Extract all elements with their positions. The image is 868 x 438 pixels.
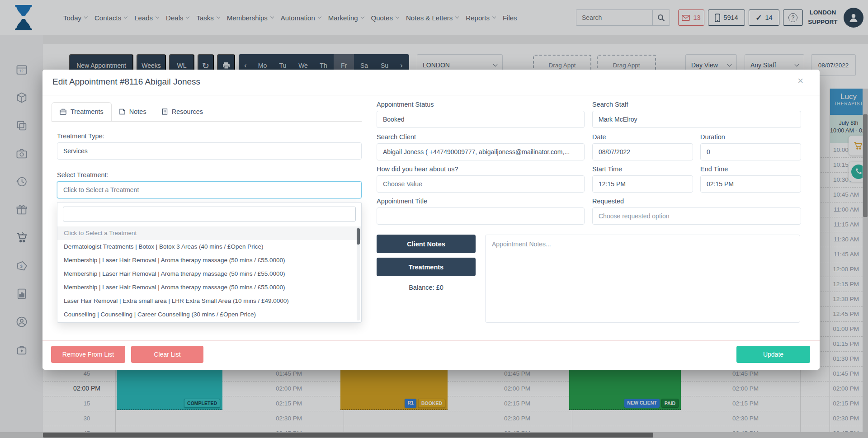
tab-treatments[interactable]: Treatments xyxy=(52,102,112,121)
tab-resources[interactable]: Resources xyxy=(154,102,211,121)
appointment-notes-textarea[interactable] xyxy=(485,235,800,323)
modal-tabs: Treatments Notes Resources xyxy=(52,102,211,121)
start-time-label: Start Time xyxy=(592,165,622,173)
requested-label: Requested xyxy=(592,198,624,205)
treatment-type-input[interactable] xyxy=(57,142,362,160)
resources-icon xyxy=(162,108,168,115)
search-staff-label: Search Staff xyxy=(592,101,628,108)
treatment-option[interactable]: Membership | Laser Hair Removal | Aroma … xyxy=(57,281,361,294)
search-client-label: Search Client xyxy=(377,133,416,141)
date-input[interactable] xyxy=(592,143,693,160)
appointment-status-label: Appointment Status xyxy=(377,101,434,108)
treatment-option[interactable]: Dermatologist Treatments | Botox | Botox… xyxy=(57,240,361,254)
start-time-input[interactable] xyxy=(592,175,693,193)
update-button[interactable]: Update xyxy=(736,346,810,363)
appointment-title-label: Appointment Title xyxy=(377,198,427,205)
hear-about-us-select[interactable]: Choose Value xyxy=(377,175,585,193)
clear-list-button[interactable]: Clear List xyxy=(131,346,203,363)
divider xyxy=(42,340,820,341)
requested-select[interactable] xyxy=(592,207,801,225)
treatment-option[interactable]: Counselling | Counselling | Career Couns… xyxy=(57,308,361,321)
dropdown-scrollbar-thumb[interactable] xyxy=(357,228,360,245)
end-time-input[interactable] xyxy=(700,175,801,193)
app: Today Contacts Leads Deals Tasks Members… xyxy=(0,0,868,438)
hear-about-us-label: How did you hear about us? xyxy=(377,165,458,173)
close-icon[interactable]: × xyxy=(797,75,803,87)
duration-label: Duration xyxy=(700,133,725,141)
balance-text: Balance: £0 xyxy=(377,284,476,291)
treatment-option[interactable]: Membership | Laser Hair Removal | Aroma … xyxy=(57,267,361,281)
treatments-button[interactable]: Treatments xyxy=(377,258,476,276)
appointment-status-input[interactable] xyxy=(377,111,585,128)
treatment-type-label: Treatment Type: xyxy=(57,132,104,140)
remove-from-list-button[interactable]: Remove From List xyxy=(51,346,125,363)
treatment-dropdown-panel: Click to Select a Treatment Dermatologis… xyxy=(57,202,362,323)
divider xyxy=(52,121,362,122)
date-label: Date xyxy=(592,133,606,141)
treatments-icon xyxy=(60,108,66,115)
duration-input[interactable] xyxy=(700,143,801,160)
modal-title: Edit Appointment #8116 Abigail Joness xyxy=(52,77,200,87)
treatment-option[interactable]: Click to Select a Treatment xyxy=(57,226,361,240)
tab-notes[interactable]: Notes xyxy=(112,102,154,121)
treatment-option[interactable]: Membership | Laser Hair Removal | Aroma … xyxy=(57,254,361,267)
select-treatment-label: Select Treatment: xyxy=(57,171,108,179)
treatment-search-input[interactable] xyxy=(63,207,356,221)
search-staff-input[interactable] xyxy=(592,111,801,128)
dropdown-scrollbar xyxy=(357,227,360,320)
divider xyxy=(42,95,820,95)
search-client-input[interactable] xyxy=(377,143,585,160)
notes-icon xyxy=(119,108,125,115)
appointment-title-input[interactable] xyxy=(377,207,585,225)
treatment-option[interactable]: Laser Hair Removal | Extra small area | … xyxy=(57,294,361,308)
client-notes-button[interactable]: Client Notes xyxy=(377,235,476,253)
end-time-label: End Time xyxy=(700,165,728,173)
edit-appointment-modal: Edit Appointment #8116 Abigail Joness × … xyxy=(42,70,820,370)
select-treatment-dropdown[interactable]: Click to Select a Treatment xyxy=(57,181,362,198)
